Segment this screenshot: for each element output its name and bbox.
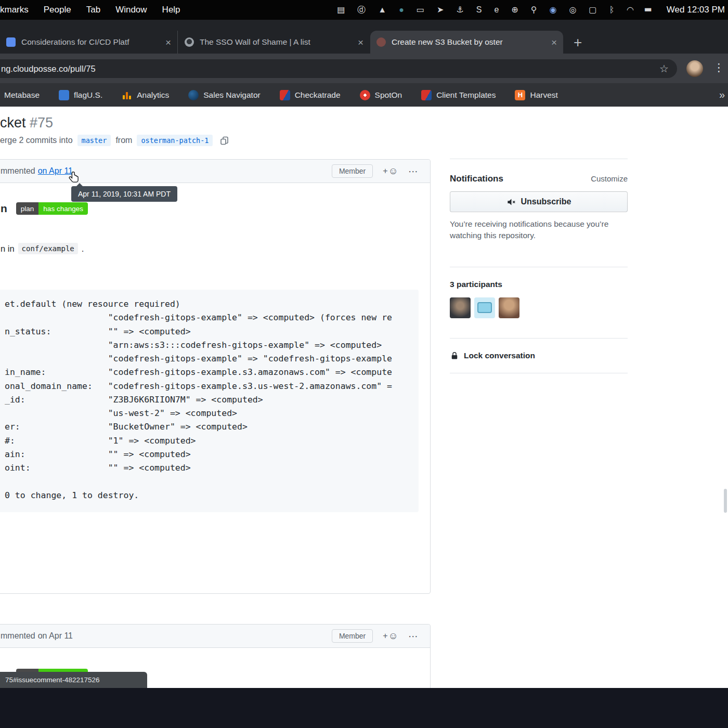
copy-branch-icon[interactable] xyxy=(219,136,229,146)
bottom-dark-strip xyxy=(0,688,728,728)
bookmark-label: Sales Navigator xyxy=(203,90,260,100)
tab-sso-wall[interactable]: The SSO Wall of Shame | A list × xyxy=(178,31,370,54)
path-code-span: conf/example xyxy=(18,243,78,254)
customize-link[interactable]: Customize xyxy=(591,174,628,183)
slack-icon[interactable]: S xyxy=(476,6,482,14)
media-icon[interactable]: ▤ xyxy=(337,6,345,14)
bookmark-label: Checkatrade xyxy=(295,90,341,100)
bookmark-sales-navigator[interactable]: Sales Navigator xyxy=(188,90,260,100)
airplay-icon[interactable]: ▢ xyxy=(589,6,596,14)
unsubscribe-button[interactable]: Unsubscribe xyxy=(450,191,628,212)
notifications-note: You’re receiving notifications because y… xyxy=(450,218,628,242)
add-reaction-button[interactable]: + ☺ xyxy=(383,630,398,642)
bookmarks-overflow-icon[interactable]: » xyxy=(719,89,725,101)
bookmark-analytics[interactable]: Analytics xyxy=(122,90,169,100)
comment-card-1: mmented on Apr 11 Member + ☺ ⋯ n plan ha… xyxy=(0,159,431,594)
bluetooth-icon[interactable]: ᛒ xyxy=(609,6,614,14)
bookmark-flagus[interactable]: flagU.S. xyxy=(59,90,102,100)
plan-status-badge: plan has changes xyxy=(16,202,88,215)
menu-item-window[interactable]: Window xyxy=(115,5,147,15)
body-suffix: . xyxy=(82,244,84,254)
bookmark-spoton[interactable]: SpotOn xyxy=(360,90,402,100)
bookmark-label: Analytics xyxy=(137,90,169,100)
telegram-icon[interactable]: ➤ xyxy=(437,6,444,14)
bookmark-harvest[interactable]: H Harvest xyxy=(515,90,557,100)
dashlane-icon[interactable]: ⓓ xyxy=(357,6,366,14)
sidecar-icon[interactable]: ▭ xyxy=(417,6,424,14)
lock-conversation-button[interactable]: Lock conversation xyxy=(450,351,628,360)
participants-label: 3 participants xyxy=(450,280,628,289)
tab-close-icon[interactable]: × xyxy=(551,37,557,47)
bookmark-client-templates[interactable]: Client Templates xyxy=(421,90,496,100)
wifi-icon[interactable]: ◠ xyxy=(627,6,634,14)
pr-title-fragment: cket xyxy=(0,115,26,131)
spotlight-icon[interactable]: ⚲ xyxy=(531,6,537,14)
menu-item-help[interactable]: Help xyxy=(162,5,180,15)
tab-cicd-favicon xyxy=(6,37,16,47)
smiley-icon: ☺ xyxy=(388,165,398,177)
body-fragment: n in xyxy=(1,244,15,254)
participant-avatar-1[interactable] xyxy=(450,297,471,318)
comment-date-link[interactable]: on Apr 11 xyxy=(38,631,73,641)
terraform-plan-output: et.default (new resource required) "code… xyxy=(0,290,419,512)
status-dot-icon[interactable]: ● xyxy=(399,6,404,14)
badge-label: plan xyxy=(16,202,39,215)
tab-close-icon[interactable]: × xyxy=(165,37,171,47)
record-icon[interactable]: ◎ xyxy=(569,6,576,14)
menu-clock[interactable]: Wed 12:03 PM xyxy=(667,5,725,15)
screen: kmarks People Tab Window Help ▤ ⓓ ▲ ● ▭ … xyxy=(0,0,728,728)
checkatrade-favicon xyxy=(280,90,290,100)
link-status-bubble: 75#issuecomment-482217526 xyxy=(0,672,147,688)
sidebar-divider xyxy=(450,338,628,339)
pr-title: cket #75 xyxy=(0,115,53,131)
browser-profile-avatar[interactable] xyxy=(686,60,703,77)
bookmarks-bar: Metabase flagU.S. Analytics Sales Naviga… xyxy=(0,83,728,107)
bookmark-star-icon[interactable]: ☆ xyxy=(659,62,669,75)
sidebar-divider xyxy=(450,267,628,267)
comment-header: mmented on Apr 11 Member + ☺ ⋯ xyxy=(0,160,430,183)
mute-icon xyxy=(506,197,516,207)
sales-navigator-favicon xyxy=(188,90,199,100)
head-branch-label[interactable]: osterman-patch-1 xyxy=(137,135,213,146)
new-tab-button[interactable]: + xyxy=(574,34,582,51)
evernote-icon[interactable]: e xyxy=(494,6,499,14)
menu-item-bookmarks[interactable]: kmarks xyxy=(0,5,29,15)
harvest-favicon: H xyxy=(515,90,525,100)
macos-menu-bar: kmarks People Tab Window Help ▤ ⓓ ▲ ● ▭ … xyxy=(0,0,728,20)
heading-fragment: n xyxy=(1,202,7,215)
browser-menu-icon[interactable]: ⋮ xyxy=(713,61,724,74)
menu-item-tab[interactable]: Tab xyxy=(86,5,100,15)
commented-fragment: mmented xyxy=(1,631,35,641)
siri-icon[interactable]: ◉ xyxy=(549,6,556,14)
menu-item-people[interactable]: People xyxy=(44,5,71,15)
base-branch-label[interactable]: master xyxy=(77,135,111,146)
plan-badge-row: n plan has changes xyxy=(1,202,88,215)
comment-header-actions: Member + ☺ ⋯ xyxy=(332,164,419,178)
battery-icon[interactable]: ▮ xyxy=(644,8,653,12)
sidebar-divider xyxy=(450,373,628,373)
tab-create-s3-bucket[interactable]: Create new S3 Bucket by oster × xyxy=(370,31,563,54)
comment-options-icon[interactable]: ⋯ xyxy=(408,165,419,177)
omnibox[interactable]: ng.cloudposse.co/pull/75 ☆ xyxy=(0,59,677,78)
page-scrollbar-thumb[interactable] xyxy=(724,489,727,513)
participants-avatars xyxy=(450,297,628,318)
tab-title: Create new S3 Bucket by oster xyxy=(392,37,546,47)
tab-close-icon[interactable]: × xyxy=(358,37,363,47)
globe-icon[interactable]: ⊕ xyxy=(511,6,518,14)
sidebar-divider xyxy=(450,159,628,159)
pr-meta-from: from xyxy=(115,136,132,145)
notifications-section-header: Notifications Customize xyxy=(450,174,628,184)
participant-avatar-3[interactable] xyxy=(499,297,519,318)
comment-options-icon[interactable]: ⋯ xyxy=(408,630,419,642)
pr-meta-line: erge 2 commits into master from osterman… xyxy=(0,135,229,146)
docker-icon[interactable]: ⚓ xyxy=(456,6,463,14)
bookmark-checkatrade[interactable]: Checkatrade xyxy=(280,90,341,100)
vlc-icon[interactable]: ▲ xyxy=(378,6,386,14)
tab-cicd[interactable]: Considerations for CI/CD Platf × xyxy=(0,31,178,54)
add-reaction-button[interactable]: + ☺ xyxy=(383,165,398,177)
comment-header: mmented on Apr 11 Member + ☺ ⋯ xyxy=(0,625,430,648)
bookmark-metabase[interactable]: Metabase xyxy=(4,90,40,100)
bookmark-label: flagU.S. xyxy=(74,90,102,100)
url-text[interactable]: ng.cloudposse.co/pull/75 xyxy=(1,64,659,74)
participant-avatar-bot[interactable] xyxy=(474,297,495,318)
